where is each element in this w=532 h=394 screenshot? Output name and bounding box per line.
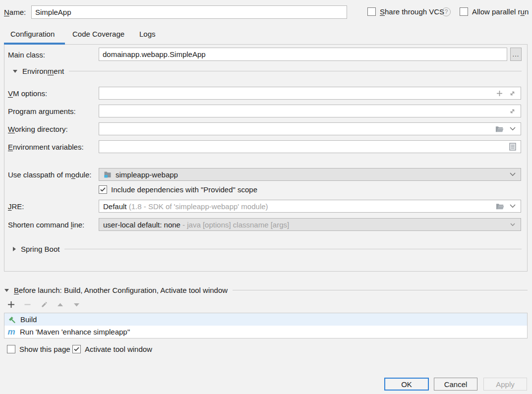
program-arguments-label: Program arguments: — [8, 107, 76, 115]
checkbox-box — [99, 185, 107, 194]
environment-section-header[interactable]: Environment — [13, 67, 522, 75]
remove-icon[interactable] — [23, 300, 32, 309]
working-directory-input[interactable] — [103, 123, 491, 135]
checkbox-box — [460, 7, 468, 16]
jre-label: JRE: — [8, 202, 24, 211]
apply-button: Apply — [483, 378, 527, 391]
before-launch-section-header[interactable]: Before launch: Build, Another Configurat… — [4, 286, 528, 294]
list-editor-icon[interactable] — [508, 143, 517, 151]
module-value: simpleapp-webapp — [116, 170, 504, 179]
configuration-panel: Main class: ... Environment VM options: … — [4, 44, 528, 272]
allow-parallel-run-label: Allow parallel run — [472, 7, 529, 16]
environment-variables-field[interactable] — [99, 140, 521, 153]
working-directory-field[interactable] — [99, 122, 521, 135]
checkbox-box — [367, 7, 376, 16]
move-down-icon[interactable] — [72, 300, 81, 309]
build-hammer-icon — [7, 315, 16, 324]
move-up-icon[interactable] — [56, 300, 64, 309]
program-arguments-field[interactable] — [99, 105, 521, 117]
vm-options-input[interactable] — [103, 87, 491, 99]
module-icon — [103, 170, 112, 179]
jre-combobox[interactable]: Default (1.8 - SDK of 'simpleapp-webapp'… — [99, 200, 521, 213]
section-divider — [233, 290, 528, 290]
tab-configuration[interactable]: Configuration — [10, 30, 55, 38]
expand-editor-icon[interactable] — [508, 89, 517, 98]
jre-value: Default (1.8 - SDK of 'simpleapp-webapp'… — [103, 202, 492, 211]
section-divider — [69, 71, 522, 71]
section-divider — [64, 249, 522, 249]
chevron-collapsed-icon — [13, 247, 16, 251]
spring-boot-section-header[interactable]: Spring Boot — [13, 245, 522, 253]
chevron-down-icon — [508, 170, 517, 179]
activate-tool-window-checkbox[interactable]: Activate tool window — [72, 345, 152, 353]
add-icon[interactable] — [495, 89, 504, 98]
working-directory-label: Working directory: — [8, 125, 68, 133]
list-item-label: Run 'Maven 'enhance simpleapp'' — [20, 328, 130, 336]
help-icon[interactable]: ? — [442, 7, 451, 16]
chevron-down-icon[interactable] — [508, 125, 517, 133]
module-combobox[interactable]: simpleapp-webapp — [99, 168, 521, 181]
folder-icon[interactable] — [495, 125, 504, 133]
spring-boot-section-label: Spring Boot — [21, 245, 59, 253]
shorten-command-line-combobox[interactable]: user-local default: none - java [options… — [99, 218, 521, 231]
expand-editor-icon[interactable] — [508, 107, 517, 115]
ok-button[interactable]: OK — [384, 378, 429, 391]
show-this-page-checkbox[interactable]: Show this page — [7, 345, 70, 353]
before-launch-title: Before launch: Build, Another Configurat… — [14, 286, 228, 294]
share-vcs-checkbox[interactable]: Share through VCS — [367, 7, 444, 16]
vm-options-field[interactable] — [99, 87, 521, 100]
chevron-down-icon — [508, 221, 517, 229]
list-item-build[interactable]: Build — [4, 313, 527, 326]
jre-hint: (1.8 - SDK of 'simpleapp-webapp' module) — [129, 202, 268, 211]
cancel-button[interactable]: Cancel — [434, 378, 477, 391]
tab-code-coverage[interactable]: Code Coverage — [72, 30, 124, 38]
name-input[interactable] — [31, 5, 347, 19]
list-item-maven-run[interactable]: m Run 'Maven 'enhance simpleapp'' — [4, 326, 527, 338]
main-class-label: Main class: — [8, 51, 45, 59]
tab-logs[interactable]: Logs — [139, 30, 156, 38]
use-classpath-label: Use classpath of module: — [8, 170, 91, 179]
edit-pencil-icon[interactable] — [40, 300, 48, 309]
active-tab-indicator — [4, 43, 65, 45]
shorten-value: user-local default: none - java [options… — [103, 221, 504, 229]
show-this-page-label: Show this page — [19, 345, 70, 353]
include-provided-label: Include dependencies with "Provided" sco… — [111, 185, 257, 194]
maven-icon: m — [7, 328, 15, 336]
add-icon[interactable] — [7, 300, 15, 309]
include-provided-checkbox[interactable]: Include dependencies with "Provided" sco… — [99, 185, 257, 194]
name-label: Name: — [4, 8, 26, 16]
chevron-expanded-icon — [13, 70, 17, 73]
shorten-command-line-label: Shorten command line: — [8, 221, 84, 229]
browse-main-class-button[interactable]: ... — [510, 48, 522, 61]
shorten-hint: - java [options] classname [args] — [182, 221, 289, 229]
chevron-expanded-icon — [4, 289, 9, 292]
main-class-input[interactable] — [99, 48, 507, 61]
checkbox-box — [72, 345, 81, 353]
before-launch-toolbar — [7, 300, 81, 309]
share-vcs-label: Share through VCS — [380, 7, 444, 16]
program-arguments-input[interactable] — [103, 105, 504, 117]
before-launch-list: Build m Run 'Maven 'enhance simpleapp'' — [4, 313, 528, 338]
folder-icon[interactable] — [496, 202, 504, 211]
checkbox-box — [7, 345, 15, 353]
vm-options-label: VM options: — [8, 89, 47, 98]
environment-variables-input[interactable] — [103, 141, 504, 153]
environment-variables-label: Environment variables: — [8, 143, 84, 151]
environment-section-label: Environment — [22, 67, 64, 75]
activate-tool-window-label: Activate tool window — [85, 345, 152, 353]
chevron-down-icon — [508, 202, 517, 211]
allow-parallel-run-checkbox[interactable]: Allow parallel run — [460, 7, 529, 16]
list-item-label: Build — [20, 315, 37, 324]
